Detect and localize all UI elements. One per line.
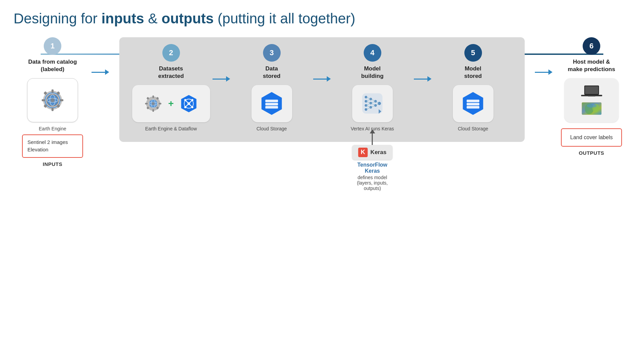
plus-sign: + (168, 98, 174, 109)
inputs-box: Sentinel 2 images Elevation (22, 134, 83, 158)
step4-circle: 4 (364, 44, 381, 62)
step2-icon-box: + (132, 85, 210, 122)
dataflow-icon (179, 93, 199, 114)
arrow1 (92, 69, 109, 75)
step2-circle: 2 (162, 44, 180, 62)
step1-icon-box (27, 78, 78, 122)
step4-number: 4 (370, 48, 374, 57)
cloud-storage-icon1 (259, 91, 284, 116)
step5-sublabel: Cloud Storage (458, 126, 488, 132)
ee-small-icon (143, 93, 163, 114)
vertex-ai-icon (360, 91, 385, 116)
svg-rect-18 (145, 103, 148, 104)
inputs-line1: Sentinel 2 images (27, 139, 68, 145)
svg-rect-67 (467, 103, 480, 106)
gray-steps-row: 2 Datasetsextracted (129, 44, 515, 131)
step2-sublabel: Earth Engine & Dataflow (145, 126, 197, 132)
map-icon (581, 102, 603, 116)
svg-point-14 (51, 98, 55, 102)
svg-rect-4 (52, 108, 54, 111)
svg-rect-68 (467, 106, 480, 109)
arrow2 (213, 76, 230, 82)
step3-icon-box (251, 85, 292, 122)
keras-popup: K Keras TensorFlow Keras defines model(l… (351, 129, 393, 191)
svg-rect-6 (60, 99, 63, 101)
keras-k-badge: K (358, 148, 368, 157)
inputs-label: INPUTS (43, 161, 62, 167)
svg-rect-40 (265, 106, 278, 109)
step1-section: 1 Data from catalog (labeled) (14, 37, 92, 167)
keras-arrow-body (372, 133, 373, 145)
step3-circle: 3 (263, 44, 281, 62)
svg-rect-19 (159, 103, 162, 104)
step6-section: 6 Host model &make predictions (552, 37, 630, 155)
step4-label: Modelbuilding (361, 65, 383, 80)
laptop-icon (581, 85, 603, 99)
svg-point-36 (187, 102, 190, 105)
svg-rect-66 (467, 100, 480, 102)
step6-icon-box (564, 78, 619, 122)
step2: 2 Datasetsextracted (129, 44, 213, 131)
tensorflow-keras-label: TensorFlow Keras (351, 162, 393, 174)
inputs-line2: Elevation (27, 147, 48, 152)
svg-rect-3 (52, 89, 54, 93)
svg-rect-39 (265, 103, 278, 106)
step1-sublabel: Earth Engine (39, 126, 66, 132)
outputs-box: Land cover labels (561, 128, 622, 147)
diagram-area: 1 Data from catalog (labeled) (14, 37, 630, 167)
svg-point-34 (184, 106, 186, 108)
svg-rect-17 (153, 109, 154, 112)
svg-rect-72 (588, 95, 595, 96)
step6-label: Host model &make predictions (568, 58, 615, 73)
step3-label: Datastored (263, 65, 281, 80)
svg-point-35 (191, 106, 193, 108)
cloud-storage-icon2 (460, 91, 486, 116)
step3-number: 3 (269, 48, 274, 57)
step3: 3 Datastored Cloud Stora (230, 44, 313, 131)
page-title: Designing for inputs & outputs (putting … (14, 10, 630, 27)
step4: 4 Modelbuilding (331, 44, 414, 131)
step2-label: Datasetsextracted (158, 65, 184, 80)
step6-circle: 6 (583, 37, 600, 55)
step3-sublabel: Cloud Storage (257, 126, 287, 132)
step2-number: 2 (169, 48, 173, 57)
svg-rect-70 (585, 86, 598, 94)
title-prefix: Designing for (14, 10, 101, 26)
svg-point-27 (152, 102, 155, 105)
step5-icon-box (453, 85, 494, 122)
arrow1-head (105, 69, 109, 75)
title-middle: & (144, 10, 161, 26)
title-suffix: (putting it all together) (214, 10, 355, 26)
step4-icon-box (352, 85, 393, 122)
steps-container: 1 Data from catalog (labeled) (14, 37, 630, 167)
title-bold2: outputs (161, 10, 214, 26)
outputs-label: OUTPUTS (579, 150, 604, 156)
step5-number: 5 (471, 48, 475, 57)
title-bold1: inputs (101, 10, 144, 26)
svg-point-77 (587, 104, 597, 108)
keras-box: K Keras (352, 145, 393, 160)
step1-label: Data from catalog (labeled) (28, 58, 77, 73)
arrow3 (313, 76, 331, 82)
step1-number: 1 (51, 42, 55, 50)
keras-sublabel: defines model(layers, inputs, outputs) (351, 175, 393, 191)
svg-point-32 (184, 99, 186, 101)
keras-arrow-up (370, 129, 375, 145)
svg-point-33 (191, 99, 193, 101)
step5-label: Modelstored (464, 65, 482, 80)
svg-rect-38 (265, 100, 278, 102)
arrow4 (414, 76, 431, 82)
step5-circle: 5 (464, 44, 482, 62)
arrow5 (535, 69, 552, 75)
gray-box: 2 Datasetsextracted (119, 37, 525, 142)
outputs-text: Land cover labels (570, 134, 612, 140)
arrow1-line (92, 72, 105, 73)
step6-number: 6 (589, 42, 593, 50)
step5: 5 Modelstored Cloud Stor (431, 44, 515, 131)
step1-circle: 1 (44, 37, 61, 55)
svg-rect-16 (153, 95, 154, 98)
earth-engine-icon (39, 87, 66, 114)
page: Designing for inputs & outputs (putting … (0, 0, 644, 340)
svg-rect-5 (42, 99, 45, 101)
keras-label: Keras (370, 149, 386, 156)
